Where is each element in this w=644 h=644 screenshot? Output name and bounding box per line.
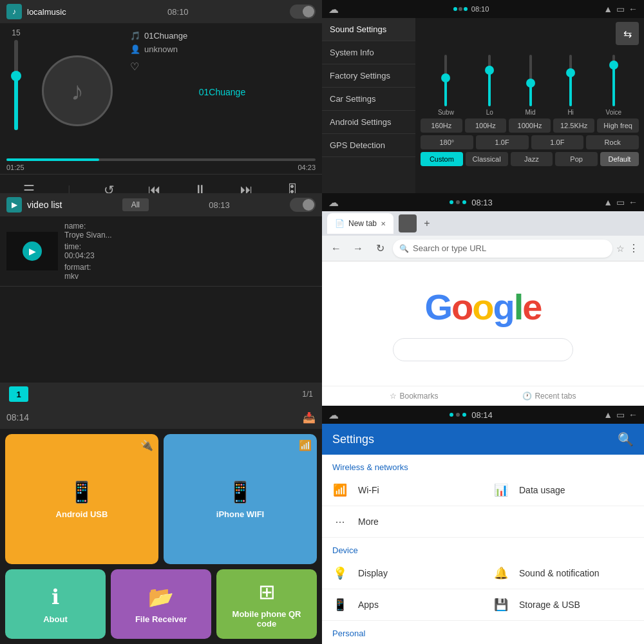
music-logo: ♪ xyxy=(6,4,22,19)
browser-cloud-icon: ☁ xyxy=(328,196,339,209)
eq-slider-subw: Subw xyxy=(438,55,454,116)
phase-1f-1[interactable]: 1.0F xyxy=(476,135,529,149)
storage-usb-item[interactable]: 💾 Storage & USB xyxy=(483,589,644,621)
eq-slider-voice: Voice xyxy=(606,55,621,116)
freq-12khz[interactable]: 12.5KHz xyxy=(553,118,595,133)
forward-nav-button[interactable]: → xyxy=(349,240,367,258)
back-icon: ← xyxy=(629,4,638,14)
qr-code-tile[interactable]: ⊞ Mobile phone QR code xyxy=(216,569,317,639)
storage-icon: 💾 xyxy=(493,597,509,612)
nav-android-settings[interactable]: Android Settings xyxy=(322,111,415,134)
music-toggle[interactable] xyxy=(290,5,316,19)
video-duration: time: 00:04:23 xyxy=(64,242,112,260)
playlist-button[interactable]: ☰ xyxy=(23,182,35,194)
sound-notif-icon: 🔔 xyxy=(493,565,509,581)
filter-all-button[interactable]: All xyxy=(122,198,149,211)
bookmarks-link[interactable]: ☆ Bookmarks xyxy=(390,392,438,401)
data-usage-label: Data usage xyxy=(519,485,634,495)
default-button[interactable]: Default xyxy=(600,152,639,166)
browser-screen-icon: ▭ xyxy=(616,197,625,207)
personal-section-header: Personal xyxy=(322,621,644,641)
music-disc: ♪ xyxy=(42,55,113,126)
iphone-wifi-label: iPhone WIFI xyxy=(216,509,264,519)
video-name: name: Troye Sivan... xyxy=(64,222,112,240)
artist-name: unknown xyxy=(144,44,178,54)
sound-sidebar: Sound Settings System Info Factory Setti… xyxy=(322,18,415,193)
nav-factory-settings[interactable]: Factory Settings xyxy=(322,64,415,88)
music-player-panel: ♪ localmusic 08:10 15 ♪ 🎵 xyxy=(0,0,322,193)
nav-system-info[interactable]: System Info xyxy=(322,41,415,64)
file-receiver-tile[interactable]: 📂 File Receiver xyxy=(111,569,211,639)
settings-back-icon: ← xyxy=(629,410,638,420)
launcher-icon: 📥 xyxy=(303,412,316,424)
preset-custom[interactable]: Custom xyxy=(421,152,463,166)
wifi-badge-icon: 📶 xyxy=(299,439,312,451)
freq-100hz[interactable]: 100Hz xyxy=(465,118,507,133)
freq-1000hz[interactable]: 1000Hz xyxy=(509,118,551,133)
preset-pop[interactable]: Pop xyxy=(555,152,598,166)
settings-search-icon[interactable]: 🔍 xyxy=(618,431,634,447)
address-bar[interactable]: 🔍 Search or type URL xyxy=(393,240,612,258)
eq-buttons: 160Hz 100Hz 1000Hz 12.5KHz High freq 180… xyxy=(415,116,644,169)
tab-close-button[interactable]: ✕ xyxy=(381,220,386,227)
play-icon: ▶ xyxy=(23,242,42,261)
video-toggle[interactable] xyxy=(290,198,316,212)
device-row-2: 📱 Apps 💾 Storage & USB xyxy=(322,589,644,621)
iphone-wifi-tile[interactable]: 📶 📱 iPhone WIFI xyxy=(164,434,317,564)
freq-high[interactable]: High freq xyxy=(597,118,639,133)
preset-classical[interactable]: Classical xyxy=(466,152,508,166)
chrome-bookmarks-bar: ☆ Bookmarks 🕐 Recent tabs xyxy=(322,386,644,406)
android-usb-tile[interactable]: 🔌 📱 Android USB xyxy=(5,434,158,564)
settings-titlebar: Settings 🔍 xyxy=(322,424,644,455)
browser-menu-icon[interactable]: ⋮ xyxy=(629,242,639,254)
progress-bar[interactable] xyxy=(6,158,316,161)
new-tab-button[interactable]: + xyxy=(419,216,435,231)
prev-button[interactable]: ⏮ xyxy=(148,182,161,193)
repeat-button[interactable]: ↺ xyxy=(104,182,115,194)
security-item[interactable]: 🔒 Security xyxy=(483,641,644,644)
sound-main-area: ⇆ Subw xyxy=(415,18,644,193)
sound-settings-panel: ☁ 08:10 ▲ ▭ ← Sound Settings System Info… xyxy=(322,0,644,193)
reload-button[interactable]: ↻ xyxy=(371,240,389,258)
sound-notification-item[interactable]: 🔔 Sound & notification xyxy=(483,558,644,589)
main-apps-row: 🔌 📱 Android USB 📶 📱 iPhone WIFI xyxy=(5,434,317,564)
recent-tabs-link[interactable]: 🕐 Recent tabs xyxy=(522,392,576,401)
status-time: 08:10 xyxy=(471,5,489,13)
location-item[interactable]: 📍 Location xyxy=(322,641,483,644)
swap-button[interactable]: ⇆ xyxy=(616,22,639,45)
favorite-icon[interactable]: ♡ xyxy=(130,61,314,73)
data-usage-icon: 📊 xyxy=(493,482,509,498)
iphone-icon: 📱 xyxy=(227,480,253,504)
nav-car-settings[interactable]: Car Settings xyxy=(322,88,415,111)
eq-button[interactable]: 🎛 xyxy=(286,182,299,193)
wifi-item[interactable]: 📶 Wi-Fi xyxy=(322,475,483,506)
video-item[interactable]: ▶ name: Troye Sivan... time: 00:04:23 fo… xyxy=(0,216,322,287)
next-button[interactable]: ⏭ xyxy=(240,182,253,193)
more-item[interactable]: ··· More xyxy=(322,506,644,538)
volume-slider[interactable] xyxy=(14,40,18,130)
file-receiver-label: File Receiver xyxy=(135,614,187,624)
phase-1f-2[interactable]: 1.0F xyxy=(531,135,584,149)
freq-160hz[interactable]: 160Hz xyxy=(421,118,462,133)
apps-item[interactable]: 📱 Apps xyxy=(322,589,483,621)
phase-180[interactable]: 180° xyxy=(421,135,473,149)
data-usage-item[interactable]: 📊 Data usage xyxy=(483,475,644,506)
pause-button[interactable]: ⏸ xyxy=(194,182,207,193)
chrome-tab[interactable]: 📄 New tab ✕ xyxy=(327,213,393,234)
page-number[interactable]: 1 xyxy=(9,386,28,402)
nav-gps-detection[interactable]: GPS Detection xyxy=(322,134,415,157)
display-item[interactable]: 💡 Display xyxy=(322,558,483,589)
video-footer: 1 1/1 xyxy=(0,383,322,406)
more-label: More xyxy=(358,516,634,527)
about-tile[interactable]: ℹ About xyxy=(5,569,106,639)
eq-label-voice: Voice xyxy=(606,109,621,116)
preset-jazz[interactable]: Jazz xyxy=(511,152,553,166)
google-search-box[interactable] xyxy=(393,338,573,361)
bookmark-star-icon[interactable]: ☆ xyxy=(616,243,625,254)
app-launcher-panel: 08:14 📥 🔌 📱 Android USB 📶 📱 iPhone WIFI … xyxy=(0,406,322,644)
eq-rock[interactable]: Rock xyxy=(586,135,639,149)
volume-label: 15 xyxy=(12,28,20,37)
nav-sound-settings[interactable]: Sound Settings xyxy=(322,18,415,41)
back-nav-button[interactable]: ← xyxy=(327,240,345,258)
browser-panel: ☁ 08:13 ▲ ▭ ← 📄 New tab ✕ + ← xyxy=(322,193,644,406)
